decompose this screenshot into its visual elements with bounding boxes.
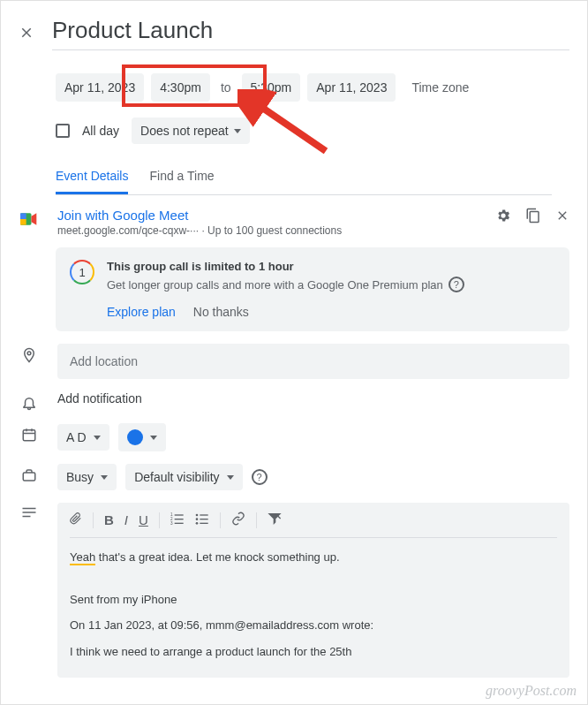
chevron-down-icon (101, 475, 108, 480)
promo-subtitle: Get longer group calls and more with a G… (107, 278, 443, 292)
chevron-down-icon (227, 475, 234, 480)
link-button[interactable] (231, 512, 245, 528)
google-one-promo-card: 1 This group call is limited to 1 hour G… (56, 247, 569, 331)
svg-rect-9 (23, 473, 35, 481)
description-icon (20, 506, 38, 519)
event-title[interactable]: Product Launch (52, 17, 569, 50)
google-one-icon: 1 (70, 260, 94, 284)
allday-checkbox[interactable] (56, 124, 70, 138)
location-input[interactable]: Add location (57, 344, 569, 379)
underline-button[interactable]: U (139, 512, 148, 527)
remove-meet-icon[interactable] (555, 208, 569, 225)
meet-url-label: meet.google.com/qce-cqxw-··· · Up to 100… (57, 224, 342, 237)
briefcase-icon (20, 467, 38, 483)
chevron-down-icon (234, 129, 241, 133)
start-date-picker[interactable]: Apr 11, 2023 (56, 73, 144, 102)
notification-icon (20, 395, 38, 411)
svg-point-19 (196, 514, 199, 517)
svg-rect-2 (20, 213, 26, 219)
chevron-down-icon (150, 436, 157, 440)
copy-meet-icon[interactable] (525, 208, 541, 226)
promo-help-icon[interactable]: ? (449, 277, 464, 292)
svg-rect-3 (20, 219, 26, 225)
location-icon (20, 347, 38, 363)
tab-event-details[interactable]: Event Details (56, 169, 128, 194)
promo-title: This group call is limited to 1 hour (107, 260, 555, 273)
timezone-button[interactable]: Time zone (411, 80, 469, 95)
meet-settings-icon[interactable] (495, 208, 511, 226)
numbered-list-button[interactable]: 123 (170, 512, 185, 527)
svg-point-4 (27, 352, 31, 355)
calendar-owner-dropdown[interactable]: A D (57, 424, 109, 451)
visibility-dropdown[interactable]: Default visibility (125, 464, 242, 490)
svg-point-21 (196, 518, 199, 520)
end-time-picker[interactable]: 5:30pm (242, 73, 301, 102)
add-notification-button[interactable]: Add notification (57, 391, 142, 406)
start-time-picker[interactable]: 4:30pm (151, 73, 210, 102)
watermark: groovyPost.com (486, 683, 577, 699)
recurrence-dropdown[interactable]: Does not repeat (132, 118, 250, 144)
svg-text:3: 3 (170, 521, 173, 525)
meet-icon (20, 211, 38, 227)
chevron-down-icon (94, 436, 101, 440)
explore-plan-button[interactable]: Explore plan (107, 305, 176, 319)
google-meet-link[interactable]: Join with Google Meet (57, 208, 342, 223)
color-swatch (127, 429, 143, 445)
no-thanks-button[interactable]: No thanks (193, 305, 249, 319)
attach-icon[interactable] (70, 512, 82, 528)
bullet-list-button[interactable] (195, 512, 209, 527)
tab-find-a-time[interactable]: Find a Time (149, 169, 214, 194)
svg-point-23 (196, 522, 199, 525)
allday-label: All day (82, 124, 119, 138)
end-date-picker[interactable]: Apr 11, 2023 (307, 73, 396, 102)
clear-format-button[interactable] (268, 512, 282, 528)
to-label: to (217, 80, 235, 95)
availability-dropdown[interactable]: Busy (57, 464, 117, 490)
svg-rect-5 (23, 430, 35, 441)
description-editor[interactable]: B I U 123 Yeah that's a great idea. Let … (57, 503, 569, 678)
visibility-help-icon[interactable]: ? (252, 469, 268, 485)
italic-button[interactable]: I (124, 512, 128, 527)
close-icon[interactable] (19, 25, 34, 43)
calendar-icon (20, 427, 38, 443)
calendar-color-dropdown[interactable] (118, 423, 166, 451)
bold-button[interactable]: B (104, 512, 114, 527)
